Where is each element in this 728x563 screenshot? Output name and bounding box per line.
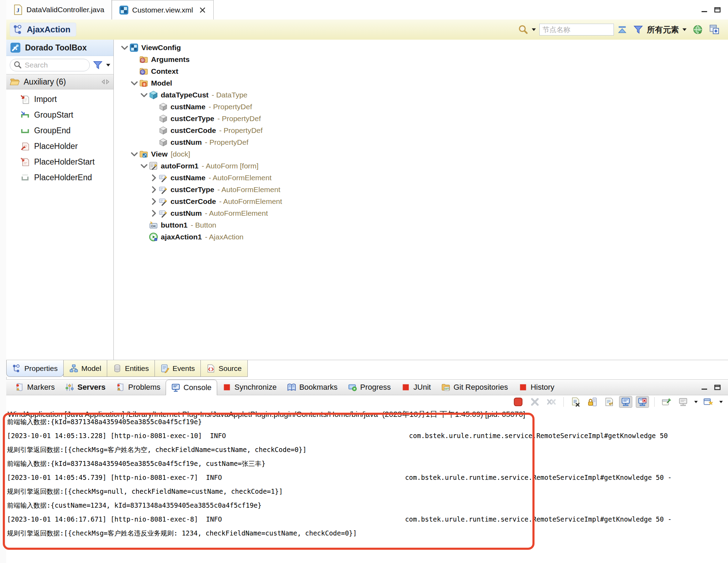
maximize-icon[interactable]	[713, 383, 722, 391]
toolbox-item-import[interactable]: Import	[6, 92, 113, 107]
toolbox-item-placeholder[interactable]: PlaceHolder	[6, 138, 113, 154]
toolbox-filter-caret-icon[interactable]	[106, 63, 111, 67]
editor-tab-datavalidcontroller[interactable]: JDataValidController.java	[6, 0, 112, 19]
display-selected-console-button-caret[interactable]	[694, 400, 698, 404]
toolbox-item-groupstart[interactable]: GroupStart	[6, 107, 113, 123]
toolbox-item-placeholderstart[interactable]: PlaceHolderStart	[6, 154, 113, 170]
placeholder-icon	[20, 142, 30, 151]
tree-node-custNum[interactable]: custNum- AutoFormElement	[114, 207, 728, 219]
pin-console-button[interactable]	[660, 396, 673, 408]
open-console-button[interactable]	[702, 396, 715, 408]
tree-node-custNum[interactable]: custNum- PropertyDef	[114, 136, 728, 148]
console-line: 前端输入数据:{kId=8371348a4359405ea3855c0a4f5c…	[7, 457, 728, 470]
search-icon[interactable]	[518, 24, 528, 35]
panel-tab-git-repositories[interactable]: GITGit Repositories	[436, 380, 513, 395]
placeholder-start-icon	[20, 157, 30, 167]
tree-node-custCerCode[interactable]: custCerCode- AutoFormElement	[114, 196, 728, 207]
tree-node-Model[interactable]: Model	[114, 77, 728, 89]
chevron-spacer	[129, 66, 139, 76]
toolbox-item-list: ImportGroupStartGroupEndPlaceHolderPlace…	[6, 89, 113, 185]
chevron-right-icon[interactable]	[149, 197, 159, 206]
toolbox-section-auxiliary[interactable]: Auxiliary (6)	[6, 74, 113, 89]
tab-model[interactable]: Model	[63, 360, 107, 377]
console-output[interactable]: 前端输入数据:{kId=8371348a4359405ea3855c0a4f5c…	[7, 415, 728, 540]
filter-funnel-icon[interactable]	[633, 25, 643, 34]
tree-node-ViewConfig[interactable]: ViewConfig	[114, 42, 728, 54]
open-console-button-caret[interactable]	[719, 400, 723, 404]
toolbox-section-label: Auxiliary (6)	[24, 77, 66, 87]
tree-node-Arguments[interactable]: @Arguments	[114, 54, 728, 65]
tab-source[interactable]: Source	[200, 360, 248, 377]
chevron-right-icon[interactable]	[149, 208, 159, 218]
panel-tab-servers[interactable]: Servers	[60, 380, 111, 395]
panel-tab-history[interactable]: History	[513, 380, 560, 395]
chevron-down-icon[interactable]	[129, 149, 139, 159]
element-filter-label[interactable]: 所有元素	[647, 24, 679, 35]
tree-node-Context[interactable]: @Context	[114, 65, 728, 77]
add-view-icon[interactable]	[709, 24, 720, 35]
minimize-icon[interactable]	[700, 383, 709, 391]
chevron-right-icon[interactable]	[149, 173, 159, 183]
word-wrap-button[interactable]	[602, 396, 616, 408]
filter-caret-icon[interactable]	[682, 27, 687, 32]
panel-tab-bookmarks[interactable]: Bookmarks	[282, 380, 343, 395]
search-caret-icon[interactable]	[531, 27, 536, 32]
selected-node-breadcrumb[interactable]: AjaxAction	[10, 23, 76, 37]
tree-node-custCerType[interactable]: custCerType- AutoFormElement	[114, 184, 728, 196]
chevron-down-icon[interactable]	[129, 78, 139, 88]
tree-node-name: custName	[171, 103, 205, 111]
panel-tab-console[interactable]: Console	[166, 380, 217, 395]
panel-tab-label: Git Repositories	[453, 383, 508, 392]
show-stderr-button[interactable]	[636, 396, 649, 408]
scroll-lock-button[interactable]	[586, 396, 599, 408]
chevron-down-icon[interactable]	[139, 90, 149, 100]
maximize-icon[interactable]	[713, 6, 722, 14]
toolbox-item-groupend[interactable]: GroupEnd	[6, 123, 113, 138]
toolbox-item-placeholderend[interactable]: PlaceHolderEnd	[6, 170, 113, 185]
folder-open-icon	[10, 77, 20, 86]
panel-tab-markers[interactable]: Markers	[10, 380, 60, 395]
panel-tab-progress[interactable]: Progress	[343, 380, 396, 395]
tree-node-custName[interactable]: custName- AutoFormElement	[114, 172, 728, 184]
editor-tab-customer-view[interactable]: Customer.view.xml	[112, 0, 214, 20]
autoform-element-icon	[159, 185, 168, 194]
terminate-button[interactable]	[512, 396, 525, 408]
chevron-down-icon[interactable]	[139, 161, 149, 171]
view-config-tree: ViewConfig@Arguments@ContextModeldataTyp…	[114, 40, 728, 360]
tree-node-name: ViewConfig	[141, 43, 181, 52]
panel-tab-synchronize[interactable]: Synchronize	[217, 380, 282, 395]
tree-node-autoForm1[interactable]: autoForm1- AutoForm [form]	[114, 160, 728, 172]
tree-node-type: - DataType	[212, 91, 247, 99]
pin-console-icon	[662, 397, 671, 407]
tree-node-button1[interactable]: OKbutton1- Button	[114, 219, 728, 231]
remove-all-launches-button[interactable]	[545, 396, 558, 408]
tree-node-ajaxAction1[interactable]: ajaxAction1- AjaxAction	[114, 231, 728, 243]
propertydef-icon	[159, 114, 168, 123]
panel-tab-label: Progress	[360, 383, 391, 392]
remove-launch-button[interactable]	[528, 396, 541, 408]
collapse-all-icon[interactable]	[617, 25, 627, 34]
tree-node-dataTypeCust[interactable]: dataTypeCust- DataType	[114, 89, 728, 101]
toolbox-filter-funnel-icon[interactable]	[93, 60, 103, 70]
globe-icon[interactable]	[693, 25, 703, 34]
display-selected-console-button[interactable]	[676, 396, 690, 408]
clear-console-button[interactable]	[569, 396, 582, 408]
detach-icon[interactable]	[101, 79, 110, 85]
chevron-right-icon[interactable]	[149, 185, 159, 195]
node-name-input[interactable]	[539, 24, 614, 35]
minimize-icon[interactable]	[700, 6, 709, 14]
tree-node-View[interactable]: View[dock]	[114, 148, 728, 160]
tab-properties[interactable]: Properties	[6, 360, 64, 377]
show-stdout-button[interactable]	[619, 396, 632, 408]
tab-events[interactable]: Events	[155, 360, 201, 377]
chevron-down-icon[interactable]	[120, 43, 129, 53]
tab-entities[interactable]: Entities	[107, 360, 155, 377]
tree-node-custName[interactable]: custName- PropertyDef	[114, 101, 728, 113]
close-icon[interactable]	[199, 6, 206, 14]
tree-node-custCerCode[interactable]: custCerCode- PropertyDef	[114, 125, 728, 136]
tree-node-type: - AutoFormElement	[217, 185, 280, 194]
panel-tab-problems[interactable]: Problems	[111, 380, 166, 395]
toolbox-item-label: GroupEnd	[34, 126, 71, 135]
tree-node-custCerType[interactable]: custCerType- PropertyDef	[114, 113, 728, 125]
panel-tab-junit[interactable]: JUnit	[396, 380, 436, 395]
